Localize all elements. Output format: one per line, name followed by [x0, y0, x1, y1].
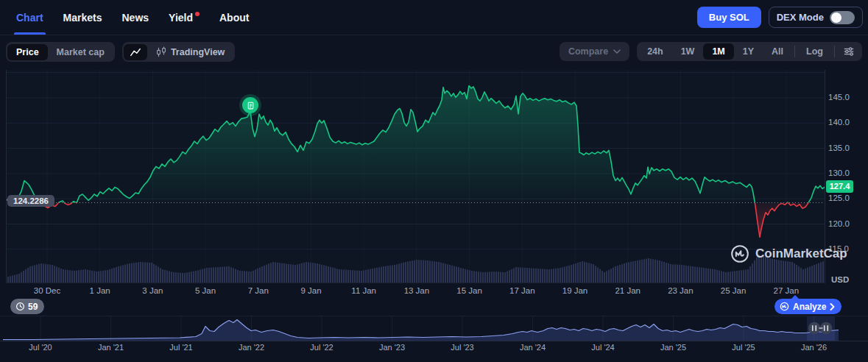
cmc-logo-icon: [730, 244, 749, 263]
y-axis-tick-label: 120.0: [828, 219, 864, 228]
nav-tab-markets[interactable]: Markets: [63, 0, 102, 35]
price-tab-label: Price: [16, 47, 39, 57]
top-navbar: ChartMarketsNewsYieldAbout Buy SOL DEX M…: [0, 0, 868, 35]
divider: [794, 46, 795, 57]
active-tab-underline: [14, 32, 46, 35]
divider: [0, 341, 868, 341]
chevron-right-icon: [830, 303, 835, 310]
x-axis-tick-label: 9 Jan: [300, 286, 321, 295]
watermark-text: CoinMarketCap: [755, 246, 847, 261]
range-button-24h[interactable]: 24h: [638, 43, 672, 60]
navigator-tick-label: Jan '26: [801, 343, 827, 352]
navigator-tick-label: Jul '24: [591, 343, 614, 352]
nav-tab-yield[interactable]: Yield: [169, 0, 200, 35]
navigator-tick-label: Jul '23: [451, 343, 473, 352]
navigator-tick-label: Jan '23: [379, 343, 405, 352]
nav-tab-news[interactable]: News: [121, 0, 149, 35]
news-doc-icon: [246, 101, 255, 110]
navigator-tick-label: Jul '25: [732, 343, 755, 352]
baseline-price-label: 124.2286: [7, 195, 54, 207]
tooltip-notch: [791, 295, 800, 299]
analyze-button[interactable]: Analyze: [775, 299, 841, 314]
navigator-tick-label: Jul '21: [169, 343, 192, 352]
navigator-tick-label: Jan '21: [98, 343, 124, 352]
clock-icon: [15, 302, 25, 311]
tradingview-label: TradingView: [171, 47, 225, 57]
x-axis-tick-label: 21 Jan: [615, 286, 641, 295]
nav-tab-label: News: [121, 12, 149, 24]
notification-dot-icon: [195, 12, 200, 16]
dex-mode-label: DEX Mode: [777, 12, 824, 23]
log-scale-button[interactable]: Log: [797, 43, 832, 60]
chevron-down-icon: [613, 49, 621, 54]
divider: [834, 46, 835, 57]
x-axis-tick-label: 25 Jan: [721, 286, 747, 295]
buy-sol-button[interactable]: Buy SOL: [697, 7, 761, 28]
market-cap-tab-label: Market cap: [57, 47, 105, 57]
compare-label: Compare: [568, 46, 608, 57]
nav-tab-chart[interactable]: Chart: [16, 0, 43, 35]
toggle-knob: [831, 13, 841, 23]
nav-tab-label: Markets: [63, 12, 102, 24]
range-navigator[interactable]: [3, 316, 839, 341]
axis-unit-label: USD: [831, 275, 849, 284]
y-axis-tick-label: 135.0: [828, 143, 864, 152]
toolbar-left: Price Market cap TradingView: [6, 42, 235, 62]
toolbar-right: Compare 24h1W1M1YAllLog: [560, 42, 862, 61]
y-axis-tick-label: 140.0: [828, 118, 864, 127]
chart-type-segment: TradingView: [122, 42, 235, 62]
news-event-marker[interactable]: [242, 97, 258, 113]
buy-sol-label: Buy SOL: [709, 12, 749, 23]
nav-tab-about[interactable]: About: [219, 0, 249, 35]
chart-settings-button[interactable]: [837, 43, 861, 60]
x-axis-tick-label: 13 Jan: [404, 286, 430, 295]
y-axis-tick-label: 130.0: [828, 168, 864, 177]
x-axis-tick-label: 7 Jan: [248, 286, 269, 295]
price-chart-canvas[interactable]: [6, 70, 825, 283]
analyze-label: Analyze: [793, 302, 826, 312]
x-axis-tick-label: 30 Dec: [34, 286, 60, 295]
range-button-1w[interactable]: 1W: [672, 43, 704, 60]
cmc-chart-page: ChartMarketsNewsYieldAbout Buy SOL DEX M…: [0, 0, 868, 362]
cmc-logo-icon: [780, 302, 789, 311]
price-tab[interactable]: Price: [7, 44, 48, 60]
nav-right-actions: Buy SOL DEX Mode: [697, 7, 863, 28]
current-price-badge: 127.4: [826, 180, 853, 193]
dex-mode-control[interactable]: DEX Mode: [769, 7, 863, 28]
history-count: 59: [28, 302, 38, 312]
compare-button[interactable]: Compare: [560, 42, 629, 61]
history-count-badge[interactable]: 59: [10, 299, 44, 314]
navigator-tick-label: Jan '24: [520, 343, 546, 352]
nav-tab-label: Chart: [16, 12, 43, 24]
range-button-1y[interactable]: 1Y: [734, 43, 763, 60]
tradingview-button[interactable]: TradingView: [147, 43, 233, 60]
x-axis-tick-label: 23 Jan: [668, 286, 694, 295]
dex-mode-toggle-icon[interactable]: [830, 11, 855, 24]
x-axis-tick-label: 5 Jan: [195, 286, 216, 295]
navigator-tick-label: Jul '20: [29, 343, 52, 352]
navigator-tick-label: Jul '22: [310, 343, 333, 352]
y-axis-tick-label: 125.0: [828, 194, 864, 202]
price-marketcap-segment: Price Market cap: [6, 42, 115, 62]
x-axis-tick-label: 11 Jan: [351, 286, 376, 295]
nav-tab-label: Yield: [169, 12, 193, 24]
line-chart-icon: [130, 47, 141, 57]
x-axis-tick-label: 15 Jan: [456, 286, 482, 295]
x-axis-tick-label: 3 Jan: [142, 286, 163, 295]
nav-tab-label: About: [219, 12, 249, 24]
navigator-tick-label: Jan '22: [239, 343, 264, 352]
x-axis-tick-label: 19 Jan: [562, 286, 588, 295]
x-axis-tick-label: 17 Jan: [509, 286, 535, 295]
range-button-all[interactable]: All: [763, 43, 792, 60]
line-chart-type-button[interactable]: [124, 44, 147, 60]
range-selector: 24h1W1M1YAllLog: [637, 42, 862, 61]
y-axis-tick-label: 145.0: [828, 93, 864, 102]
navigator-tick-label: Jan '25: [660, 343, 686, 352]
sliders-icon: [843, 46, 855, 57]
range-button-1m[interactable]: 1M: [703, 43, 733, 60]
x-axis-tick-label: 1 Jan: [90, 286, 110, 295]
market-cap-tab[interactable]: Market cap: [48, 44, 113, 60]
x-axis-tick-label: 27 Jan: [774, 286, 800, 295]
candlestick-icon: [156, 46, 166, 57]
nav-tabs: ChartMarketsNewsYieldAbout: [16, 0, 249, 35]
